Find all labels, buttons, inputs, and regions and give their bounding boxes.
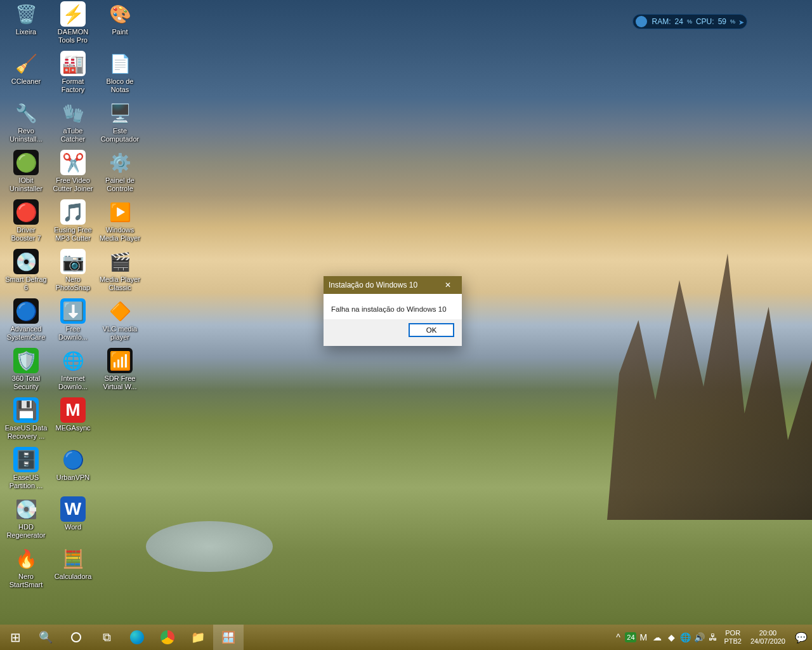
app-icon: ✂️ — [60, 150, 86, 175]
tray-chevron-up-icon[interactable]: ^ — [611, 632, 625, 642]
taskbar-edge-button[interactable] — [122, 625, 152, 650]
tray-icon-2[interactable]: ◆ — [664, 632, 678, 642]
desktop-icon-easeus-partition-[interactable]: 🗄️EaseUS Partition ... — [3, 447, 49, 490]
desktop-icon-iobit-uninstaller[interactable]: 🟢IObit Uninstaller — [3, 150, 49, 193]
desktop-icon-ccleaner[interactable]: 🧹CCleaner — [3, 51, 49, 86]
desktop-icon-nero-startsmart[interactable]: 🔥Nero StartSmart — [3, 546, 49, 589]
desktop-icon-label: CCleaner — [3, 77, 49, 86]
taskbar: ⊞🔍⧉📁🪟 ^ 24 M☁◆🌐🔊🖧 POR PTB2 20:00 24/07/2… — [0, 625, 812, 650]
app-icon: 🎵 — [60, 199, 86, 225]
desktop-icon-media-player-classic[interactable]: 🎬Media Player Classic — [96, 249, 143, 292]
desktop-icon-free-video-cutter-joiner[interactable]: ✂️Free Video Cutter Joiner — [49, 150, 96, 193]
desktop-icon-label: Internet Downlo... — [49, 375, 96, 391]
tray-temp-badge[interactable]: 24 — [625, 632, 636, 642]
desktop-icon-label: 360 Total Security — [3, 375, 49, 391]
desktop-icon-eusing-free-mp3-cutter[interactable]: 🎵Eusing Free MP3 Cutter — [49, 199, 96, 242]
app-icon: 🧤 — [60, 100, 86, 126]
tray-icon-5[interactable]: 🖧 — [706, 632, 720, 642]
cpu-label: CPU: — [696, 17, 714, 26]
desktop-icon-label: UrbanVPN — [49, 474, 96, 482]
desktop-icon-label: Media Player Classic — [96, 275, 143, 292]
desktop-icon-painel-de-controle[interactable]: ⚙️Painel de Controle — [96, 150, 143, 193]
tray-clock[interactable]: 20:00 24/07/2020 — [745, 629, 790, 646]
tray-language[interactable]: POR PTB2 — [720, 629, 745, 646]
desktop-icon-label: Windows Media Player — [96, 226, 143, 242]
app-icon: 🔶 — [107, 298, 133, 324]
desktop-icon-label: Free Downlo... — [49, 325, 96, 342]
tray-icon-3[interactable]: 🌐 — [678, 632, 692, 642]
desktop-icon-free-downlo-[interactable]: ⬇️Free Downlo... — [49, 298, 96, 342]
desktop-icon-label: Driver Booster 7 — [3, 226, 49, 242]
desktop-icon-megasync[interactable]: MMEGAsync — [49, 397, 96, 432]
cpu-value: 59 — [718, 17, 726, 26]
perf-widget[interactable]: RAM: 24 % CPU: 59 % ➤ — [632, 14, 747, 29]
taskbar-task-view-button[interactable]: ⧉ — [91, 625, 122, 650]
tray-notifications-icon[interactable]: 💬 — [790, 632, 812, 644]
desktop-icon-vlc-media-player[interactable]: 🔶VLC media player — [96, 298, 143, 342]
app-icon: 🔵 — [60, 447, 86, 472]
close-icon[interactable]: ✕ — [439, 281, 457, 289]
desktop-icon-sdr-free-virtual-w-[interactable]: 📶SDR Free Virtual W... — [96, 348, 143, 391]
desktop-icon-paint[interactable]: 🎨Paint — [96, 1, 143, 36]
app-icon: 📷 — [60, 249, 86, 274]
desktop-icon-revo-uninstall-[interactable]: 🔧Revo Uninstall... — [3, 100, 49, 143]
app-icon: 🔴 — [13, 199, 39, 225]
desktop-icon-label: Lixeira — [3, 28, 49, 36]
desktop-icon-windows-media-player[interactable]: ▶️Windows Media Player — [96, 199, 143, 242]
taskbar-file-explorer-button[interactable]: 📁 — [183, 625, 213, 650]
desktop-icon-label: Format Factory — [49, 77, 96, 94]
app-icon: 📶 — [107, 348, 133, 373]
desktop-icon-hdd-regenerator[interactable]: 💽HDD Regenerator — [3, 496, 49, 540]
desktop-icon-word[interactable]: WWord — [49, 496, 96, 531]
desktop-icon-advanced-systemcare[interactable]: 🔵Advanced SystemCare — [3, 298, 49, 342]
app-icon: ⚙️ — [107, 150, 133, 175]
desktop-icon-label: Este Computador — [96, 127, 143, 143]
desktop-icon-easeus-data-recovery-[interactable]: 💾EaseUS Data Recovery ... — [3, 397, 49, 441]
desktop-icon-bloco-de-notas[interactable]: 📄Bloco de Notas — [96, 51, 143, 94]
desktop-icon-label: Painel de Controle — [96, 176, 143, 193]
ram-value: 24 — [675, 17, 683, 26]
perf-widget-icon — [636, 16, 647, 27]
desktop-icon-label: EaseUS Partition ... — [3, 474, 49, 490]
app-icon: 🔵 — [13, 298, 39, 324]
desktop-icon-daemon-tools-pro[interactable]: ⚡DAEMON Tools Pro — [49, 1, 96, 44]
desktop-icon-label: Bloco de Notas — [96, 77, 143, 94]
desktop-icon-lixeira[interactable]: 🗑️Lixeira — [3, 1, 49, 36]
ok-button[interactable]: OK — [409, 323, 454, 337]
desktop-icon-360-total-security[interactable]: 🛡️360 Total Security — [3, 348, 49, 391]
app-icon: ⬇️ — [60, 298, 86, 324]
tray-time: 20:00 — [750, 629, 785, 637]
tray-icon-1[interactable]: ☁ — [650, 632, 664, 642]
desktop-icon-driver-booster-7[interactable]: 🔴Driver Booster 7 — [3, 199, 49, 242]
desktop-icon-label: Nero StartSmart — [3, 573, 49, 589]
desktop-icon-atube-catcher[interactable]: 🧤aTube Catcher — [49, 100, 96, 143]
tray-icon-0[interactable]: M — [636, 632, 650, 642]
desktop-icon-este-computador[interactable]: 🖥️Este Computador — [96, 100, 143, 143]
taskbar-start-button[interactable]: ⊞ — [0, 625, 30, 650]
app-icon: 🎨 — [107, 1, 133, 27]
desktop-icon-nero-photosnap[interactable]: 📷Nero PhotoSnap — [49, 249, 96, 292]
taskbar-windows-setup-button[interactable]: 🪟 — [213, 625, 244, 650]
desktop-icon-smart-defrag-6[interactable]: 💿Smart Defrag 6 — [3, 249, 49, 292]
desktop-icon-internet-downlo-[interactable]: 🌐Internet Downlo... — [49, 348, 96, 391]
system-tray: ^ 24 M☁◆🌐🔊🖧 POR PTB2 20:00 24/07/2020 💬 — [611, 625, 812, 650]
app-icon: 🗄️ — [13, 447, 39, 472]
app-icon: 🟢 — [13, 150, 39, 175]
app-icon: 🏭 — [60, 51, 86, 76]
desktop-icon-urbanvpn[interactable]: 🔵UrbanVPN — [49, 447, 96, 482]
dialog-titlebar[interactable]: Instalação do Windows 10 ✕ — [324, 276, 462, 294]
desktop-icon-label: Paint — [96, 28, 143, 36]
desktop-icon-format-factory[interactable]: 🏭Format Factory — [49, 51, 96, 94]
app-icon: 🗑️ — [13, 1, 39, 27]
desktop-icon-label: Revo Uninstall... — [3, 127, 49, 143]
tray-lang-bottom: PTB2 — [724, 637, 742, 646]
cpu-pct: % — [730, 18, 735, 25]
tray-icon-4[interactable]: 🔊 — [692, 632, 706, 642]
taskbar-search-button[interactable]: 🔍 — [30, 625, 61, 650]
desktop-icon-label: aTube Catcher — [49, 127, 96, 143]
taskbar-chrome-button[interactable] — [152, 625, 183, 650]
ram-pct: % — [687, 18, 692, 25]
taskbar-cortana-button[interactable] — [61, 625, 91, 650]
app-icon: W — [60, 496, 86, 522]
desktop-icon-calculadora[interactable]: 🧮Calculadora — [49, 546, 96, 581]
